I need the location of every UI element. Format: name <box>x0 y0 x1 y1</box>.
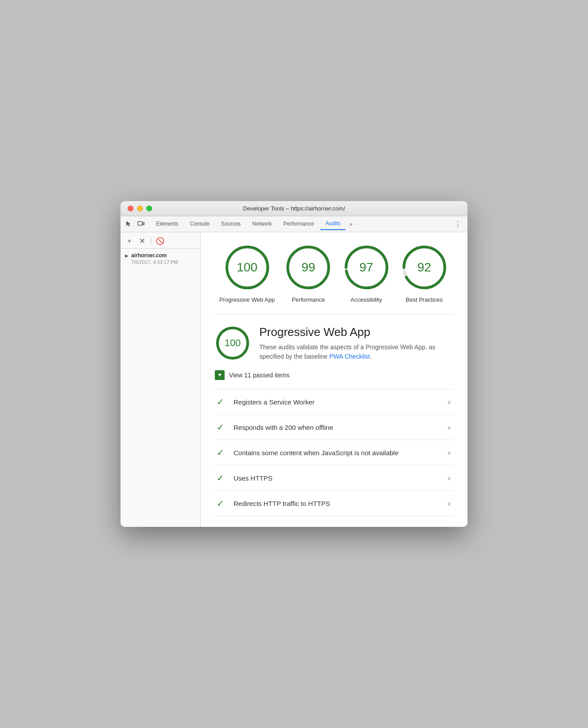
tab-sources[interactable]: Sources <box>216 218 246 230</box>
audit-item-label: Registers a Service Worker <box>234 397 441 407</box>
audit-item-label: Redirects HTTP traffic to HTTPS <box>234 499 441 508</box>
pwa-desc-after: . <box>370 353 372 360</box>
sidebar-arrow-icon: ▶ <box>125 253 129 258</box>
score-item-3[interactable]: 92 Best Practices <box>400 243 449 304</box>
audit-item[interactable]: ✓ Registers a Service Worker ∨ <box>215 389 453 415</box>
sidebar-toolbar: + ✕ 🚫 <box>121 234 200 249</box>
delete-audit-button[interactable]: ✕ <box>137 237 146 246</box>
window-title: Developer Tools – https://airhorner.com/ <box>243 205 345 212</box>
audit-list: ✓ Registers a Service Worker ∨ ✓ Respond… <box>215 389 453 516</box>
audit-check-icon: ✓ <box>217 447 227 458</box>
audit-check-icon: ✓ <box>217 422 227 433</box>
section-divider <box>215 314 453 315</box>
tab-network[interactable]: Network <box>247 218 277 230</box>
pwa-score-circle: 100 <box>215 325 250 361</box>
score-number-0: 100 <box>237 260 258 275</box>
score-item-1[interactable]: 99 Performance <box>284 243 333 304</box>
score-label-0: Progressive Web App <box>219 296 275 304</box>
audit-check-icon: ✓ <box>217 473 227 483</box>
svg-rect-0 <box>138 222 142 225</box>
sidebar-item-title: airhorner.com <box>131 252 196 259</box>
device-icon[interactable] <box>137 219 145 228</box>
devtools-window: Developer Tools – https://airhorner.com/… <box>121 201 467 527</box>
audit-item[interactable]: ✓ Redirects HTTP traffic to HTTPS ∨ <box>215 491 453 516</box>
add-audit-button[interactable]: + <box>125 237 134 246</box>
score-item-0[interactable]: 100 Progressive Web App <box>219 243 275 304</box>
tab-performance[interactable]: Performance <box>278 218 319 230</box>
tab-menu-button[interactable]: ⋮ <box>451 218 464 230</box>
sidebar-item-content: airhorner.com 7/6/2017, 4:33:17 PM <box>131 252 196 265</box>
toolbar-divider <box>151 238 151 245</box>
svg-marker-12 <box>218 374 222 376</box>
score-number-2: 97 <box>359 260 373 275</box>
cursor-icon[interactable] <box>124 219 133 228</box>
toggle-icon <box>215 370 225 380</box>
audit-item-label: Responds with a 200 when offline <box>234 423 441 432</box>
passed-items-toggle[interactable]: View 11 passed items <box>215 370 453 380</box>
title-bar: Developer Tools – https://airhorner.com/ <box>121 201 467 216</box>
audit-item[interactable]: ✓ Responds with a 200 when offline ∨ <box>215 415 453 440</box>
audit-item[interactable]: ✓ Contains some content when JavaScript … <box>215 440 453 465</box>
tab-bar-icons <box>124 219 145 228</box>
score-label-3: Best Practices <box>406 296 443 304</box>
pwa-section-header: 100 Progressive Web App These audits val… <box>215 325 453 361</box>
minimize-button[interactable] <box>137 206 143 211</box>
svg-rect-1 <box>143 222 144 225</box>
chevron-down-icon: ∨ <box>447 475 451 481</box>
pwa-description: These audits validate the aspects of a P… <box>259 343 453 361</box>
score-circle-3: 92 <box>400 243 449 292</box>
audit-item[interactable]: ✓ Uses HTTPS ∨ <box>215 465 453 491</box>
tab-bar: Elements Console Sources Network Perform… <box>121 216 467 232</box>
tab-console[interactable]: Console <box>185 218 215 230</box>
traffic-lights <box>128 206 152 211</box>
audit-check-icon: ✓ <box>217 396 227 407</box>
chevron-down-icon: ∨ <box>447 449 451 456</box>
chevron-down-icon: ∨ <box>447 399 451 405</box>
chevron-down-icon: ∨ <box>447 500 451 507</box>
score-number-3: 92 <box>417 260 431 275</box>
sidebar: + ✕ 🚫 ▶ airhorner.com 7/6/2017, 4:33:17 … <box>121 232 201 527</box>
passed-toggle-label: View 11 passed items <box>229 372 290 379</box>
scores-row: 100 Progressive Web App 99 Performance 9… <box>215 243 453 304</box>
main-layout: + ✕ 🚫 ▶ airhorner.com 7/6/2017, 4:33:17 … <box>121 232 467 527</box>
chevron-down-icon: ∨ <box>447 424 451 431</box>
close-button[interactable] <box>128 206 133 211</box>
maximize-button[interactable] <box>146 206 152 211</box>
score-label-1: Performance <box>292 296 325 304</box>
score-circle-2: 97 <box>342 243 391 292</box>
score-item-2[interactable]: 97 Accessibility <box>342 243 391 304</box>
tab-list: Elements Console Sources Network Perform… <box>151 218 451 230</box>
audit-check-icon: ✓ <box>217 498 227 509</box>
sidebar-audit-item[interactable]: ▶ airhorner.com 7/6/2017, 4:33:17 PM <box>121 249 200 268</box>
tab-elements[interactable]: Elements <box>151 218 184 230</box>
pwa-info: Progressive Web App These audits validat… <box>259 325 453 361</box>
triangle-down-icon <box>217 372 222 378</box>
score-circle-1: 99 <box>284 243 333 292</box>
audit-item-label: Contains some content when JavaScript is… <box>234 448 441 457</box>
content-area: 100 Progressive Web App 99 Performance 9… <box>201 232 467 527</box>
more-tabs-button[interactable]: » <box>346 219 355 229</box>
pwa-title: Progressive Web App <box>259 325 453 339</box>
score-number-1: 99 <box>302 260 315 275</box>
block-button[interactable]: 🚫 <box>156 237 165 246</box>
audit-item-label: Uses HTTPS <box>234 473 441 483</box>
tab-audits[interactable]: Audits <box>320 218 346 230</box>
score-circle-0: 100 <box>223 243 272 292</box>
pwa-checklist-link[interactable]: PWA Checklist <box>329 353 370 360</box>
score-label-2: Accessibility <box>350 296 382 304</box>
pwa-score-number: 100 <box>225 337 241 349</box>
sidebar-item-subtitle: 7/6/2017, 4:33:17 PM <box>131 259 196 265</box>
